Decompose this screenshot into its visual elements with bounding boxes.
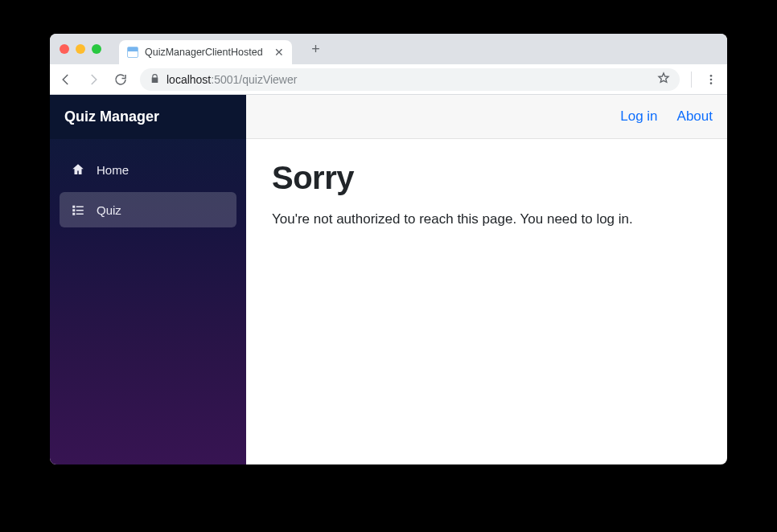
reload-button[interactable] — [113, 72, 129, 88]
sidebar-item-label: Home — [97, 163, 129, 177]
browser-menu-button[interactable] — [703, 73, 719, 86]
topbar: Log in About — [246, 95, 727, 139]
url-host: localhost:5001/quizViewer — [166, 73, 297, 86]
window-controls — [60, 44, 101, 54]
svg-point-2 — [710, 82, 713, 84]
tab-title: QuizManagerClientHosted — [145, 47, 263, 58]
url-hostname: localhost — [166, 73, 211, 86]
address-bar[interactable]: localhost:5001/quizViewer — [140, 68, 680, 91]
kebab-icon — [705, 73, 717, 86]
home-icon — [71, 162, 85, 177]
browser-tab[interactable]: QuizManagerClientHosted ✕ — [119, 40, 292, 64]
sidebar-nav: Home Quiz — [50, 139, 246, 227]
page-heading: Sorry — [272, 160, 701, 196]
favicon-icon — [127, 47, 138, 58]
url-port: :5001 — [211, 73, 239, 86]
close-tab-button[interactable]: ✕ — [274, 46, 284, 59]
svg-point-0 — [710, 75, 713, 77]
login-link[interactable]: Log in — [620, 108, 657, 125]
app-viewport: Quiz Manager Home Quiz Log in About Sorr… — [50, 95, 727, 464]
page-body-text: You're not authorized to reach this page… — [272, 209, 701, 230]
list-icon — [71, 203, 85, 217]
brand-title: Quiz Manager — [50, 95, 246, 139]
url-path: /quizViewer — [239, 73, 297, 86]
toolbar-separator — [691, 72, 692, 88]
arrow-left-icon — [59, 72, 73, 87]
star-icon — [657, 72, 670, 84]
close-window-button[interactable] — [60, 44, 69, 54]
minimize-window-button[interactable] — [76, 44, 85, 54]
forward-button[interactable] — [85, 72, 101, 88]
sidebar-item-home[interactable]: Home — [60, 152, 236, 187]
about-link[interactable]: About — [677, 108, 713, 125]
lock-icon — [150, 73, 160, 86]
arrow-right-icon — [86, 72, 101, 87]
maximize-window-button[interactable] — [92, 44, 101, 54]
sidebar-item-quiz[interactable]: Quiz — [60, 192, 236, 227]
content-column: Log in About Sorry You're not authorized… — [246, 95, 727, 464]
reload-icon — [113, 72, 128, 87]
sidebar: Quiz Manager Home Quiz — [50, 95, 246, 464]
bookmark-button[interactable] — [657, 72, 670, 87]
browser-window: QuizManagerClientHosted ✕ + localhost:50… — [50, 34, 727, 464]
page-content: Sorry You're not authorized to reach thi… — [246, 139, 727, 251]
back-button[interactable] — [58, 72, 74, 88]
browser-toolbar: localhost:5001/quizViewer — [50, 64, 727, 95]
svg-point-1 — [710, 78, 713, 80]
new-tab-button[interactable]: + — [305, 38, 327, 60]
titlebar: QuizManagerClientHosted ✕ + — [50, 34, 727, 64]
sidebar-item-label: Quiz — [97, 203, 121, 217]
